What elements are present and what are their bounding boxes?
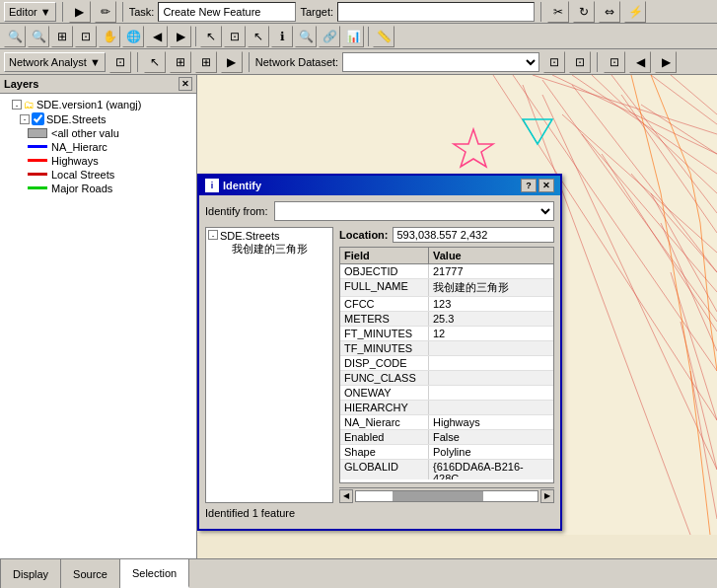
play-btn[interactable]: ▶ — [69, 1, 91, 23]
scroll-right-btn[interactable]: ▶ — [540, 489, 554, 503]
info-icon-dialog: i — [205, 179, 219, 192]
scrollbar-thumb — [393, 491, 483, 501]
tab-display[interactable]: Display — [0, 559, 61, 588]
legend-hw-label: Highways — [51, 155, 99, 167]
network-dataset-select[interactable] — [342, 52, 539, 72]
legend-all: <all other valu — [4, 126, 192, 140]
cell-value: Polyline — [429, 445, 553, 459]
layers-panel-header: Layers ✕ — [0, 75, 196, 94]
network-analyst-label: Network Analyst ▼ — [9, 56, 101, 68]
network-analyst-dropdown[interactable]: Network Analyst ▼ — [4, 52, 106, 72]
table-row: ShapePolyline — [340, 445, 553, 460]
streets-checkbox[interactable] — [32, 112, 44, 125]
scroll-left-btn[interactable]: ◀ — [339, 489, 353, 503]
rotate-icon[interactable]: ↻ — [573, 1, 595, 23]
find-icon[interactable]: 🔍 — [295, 26, 317, 47]
tab-source-label: Source — [73, 568, 108, 580]
pencil-btn[interactable]: ✏ — [95, 1, 116, 23]
zoom-layer-icon[interactable]: ⊡ — [75, 26, 97, 47]
location-value: 593,038.557 2,432 — [393, 227, 555, 243]
pan-icon[interactable]: ✋ — [99, 26, 120, 47]
na-icon6[interactable]: ⊡ — [543, 51, 565, 73]
editor-dropdown[interactable]: Editor ▼ — [4, 2, 56, 22]
dialog-close-btn[interactable]: ✕ — [538, 179, 554, 192]
sep7 — [249, 52, 250, 72]
measure-icon[interactable]: 📏 — [373, 26, 394, 47]
tab-source[interactable]: Source — [61, 559, 120, 588]
expand-streets-icon[interactable]: - — [20, 114, 30, 124]
layers-title: Layers — [4, 78, 38, 90]
cell-value — [429, 356, 553, 370]
info-icon[interactable]: ℹ — [271, 26, 293, 47]
legend-na-hierarc: NA_Hierarc — [4, 140, 192, 154]
zoom-out-icon[interactable]: 🔍 — [28, 26, 49, 47]
legend-major-label: Major Roads — [51, 183, 112, 194]
globe-icon[interactable]: 🌐 — [122, 26, 144, 47]
identify-dialog: i Identify ? ✕ Identify from: — [197, 174, 562, 531]
select2-icon[interactable]: ⊡ — [224, 26, 246, 47]
cell-field: FUNC_CLASS — [340, 371, 429, 385]
cut-icon[interactable]: ✂ — [547, 1, 569, 23]
layer-root-label: SDE.version1 (wangj) — [36, 99, 141, 110]
select-icon[interactable]: ↖ — [200, 26, 222, 47]
legend-major: Major Roads — [4, 182, 192, 195]
tab-selection[interactable]: Selection — [120, 559, 189, 588]
target-input[interactable] — [337, 2, 535, 22]
cursor-icon[interactable]: ↖ — [248, 26, 269, 47]
cell-field: ONEWAY — [340, 386, 429, 400]
table-row: METERS25.3 — [340, 312, 553, 327]
table-row: NA_NierarcHighways — [340, 415, 553, 430]
cell-value: 25.3 — [429, 312, 553, 326]
cell-value: 我创建的三角形 — [429, 279, 553, 296]
cell-value — [429, 401, 553, 414]
sep1 — [62, 2, 63, 22]
map-area[interactable]: i Identify ? ✕ Identify from: — [197, 75, 717, 558]
na-icon4[interactable]: ⊞ — [195, 51, 217, 73]
cell-field: Shape — [340, 445, 429, 459]
na-icon9[interactable]: ◀ — [629, 51, 651, 73]
dialog-help-btn[interactable]: ? — [521, 179, 537, 192]
dialog-title-left: i Identify — [205, 179, 261, 192]
na-icon5[interactable]: ▶ — [221, 51, 243, 73]
identified-count: Identified 1 feature — [205, 503, 554, 523]
table-row: ONEWAY — [340, 386, 553, 401]
h-scrollbar[interactable] — [355, 490, 538, 502]
na-icon3[interactable]: ⊞ — [170, 51, 191, 73]
zoom-in-icon[interactable]: 🔍 — [4, 26, 26, 47]
editor-toolbar: Editor ▼ ▶ ✏ Task: Target: ✂ ↻ ⇔ ⚡ — [0, 0, 717, 24]
main-area: Layers ✕ - 🗂 SDE.version1 (wangj) - SDE.… — [0, 75, 717, 558]
legend-highways: Highways — [4, 154, 192, 168]
task-input[interactable] — [158, 2, 296, 22]
cell-value: 12 — [429, 327, 553, 340]
back-icon[interactable]: ◀ — [146, 26, 168, 47]
cell-value: {616DDA6A-B216-428C- — [429, 460, 553, 479]
identify-from-select[interactable] — [274, 201, 554, 221]
tree-expand-icon[interactable]: - — [208, 230, 218, 240]
dialog-title-text: Identify — [223, 180, 261, 191]
hyperlink-icon[interactable]: 🔗 — [319, 26, 340, 47]
layers-close-btn[interactable]: ✕ — [179, 77, 192, 91]
graph-icon[interactable]: 📊 — [342, 26, 364, 47]
na-icon8[interactable]: ⊡ — [604, 51, 625, 73]
na-icon10[interactable]: ▶ — [655, 51, 677, 73]
tab-display-label: Display — [13, 568, 48, 580]
forward-icon[interactable]: ▶ — [170, 26, 191, 47]
network-dataset-label: Network Dataset: — [255, 56, 338, 68]
na-icon2[interactable]: ↖ — [144, 51, 166, 73]
zoom-full-icon[interactable]: ⊞ — [51, 26, 73, 47]
legend-na-line — [28, 145, 47, 148]
tree-feature-label[interactable]: 我创建的三角形 — [220, 242, 308, 257]
na-icon1[interactable]: ⊡ — [109, 51, 131, 73]
cell-field: TF_MINUTES — [340, 341, 429, 355]
legend-local: Local Streets — [4, 168, 192, 182]
lightning-icon[interactable]: ⚡ — [624, 1, 646, 23]
na-icon7[interactable]: ⊡ — [569, 51, 591, 73]
cell-field: GLOBALID — [340, 460, 429, 479]
mirror-icon[interactable]: ⇔ — [599, 1, 620, 23]
table-body[interactable]: OBJECTID21777FULL_NAME我创建的三角形CFCC123METE… — [340, 264, 553, 479]
dialog-titlebar: i Identify ? ✕ — [199, 176, 560, 195]
identify-tree-pane: - SDE.Streets 我创建的三角形 — [205, 227, 333, 503]
cell-value — [429, 386, 553, 400]
identify-from-row: Identify from: — [205, 201, 554, 221]
expand-icon[interactable]: - — [12, 100, 22, 110]
